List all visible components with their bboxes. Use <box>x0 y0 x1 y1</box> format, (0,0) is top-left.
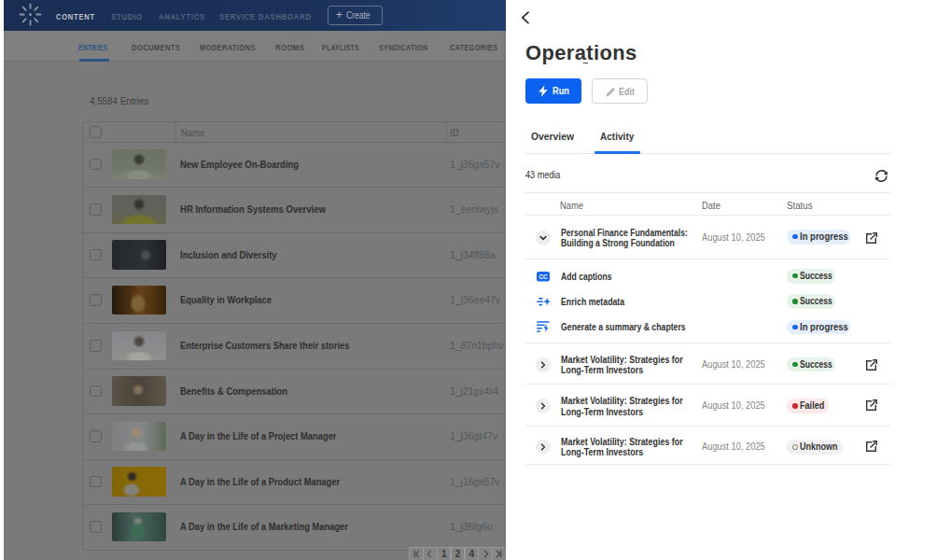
svg-text:CC: CC <box>538 273 548 280</box>
